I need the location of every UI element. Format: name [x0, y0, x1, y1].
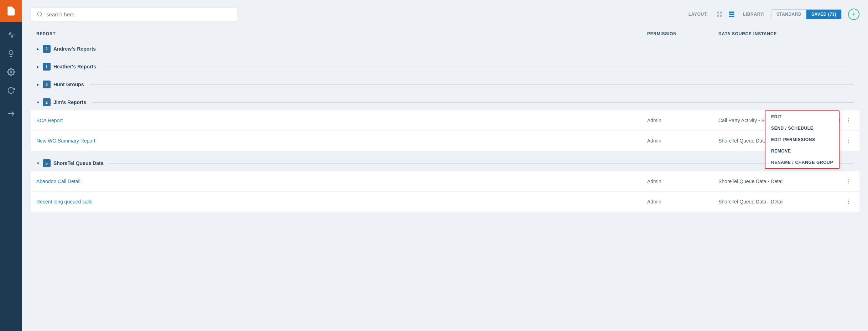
- dots-vertical-icon: [846, 138, 852, 144]
- dots-vertical-icon: [846, 199, 852, 205]
- group-line: [109, 163, 854, 164]
- chevron-down-icon: ▼: [36, 100, 40, 104]
- table-row: BCA Report Admin Call Party Activity - S…: [31, 110, 859, 131]
- svg-rect-4: [717, 12, 719, 14]
- permission-abandon: Admin: [647, 179, 718, 184]
- table-container: REPORT PERMISSION DATA SOURCE INSTANCE ►…: [31, 29, 859, 324]
- layout-label: LAYOUT:: [688, 12, 708, 17]
- group-row-jims[interactable]: ▼ 2 Jim's Reports: [31, 94, 859, 110]
- table-header: REPORT PERMISSION DATA SOURCE INSTANCE: [31, 29, 859, 39]
- report-name-recent[interactable]: Recent long queued calls: [36, 199, 647, 205]
- svg-point-11: [848, 118, 849, 119]
- list-icon: [728, 11, 735, 18]
- document-icon: [6, 6, 16, 16]
- group-row-heathers[interactable]: ► 1 Heather's Reports: [31, 58, 859, 75]
- svg-rect-10: [729, 16, 734, 17]
- group-line: [102, 49, 854, 49]
- list-layout-button[interactable]: [727, 9, 737, 19]
- table-row: Abandon Call Detail Admin ShoreTel Queue…: [31, 171, 859, 192]
- grid-icon: [716, 11, 723, 18]
- dots-vertical-icon: [846, 118, 852, 123]
- row-actions-abandon: [832, 176, 854, 186]
- search-input[interactable]: [46, 11, 231, 17]
- svg-point-14: [848, 139, 849, 139]
- search-box[interactable]: [31, 7, 237, 21]
- context-menu-send-schedule[interactable]: SEND / SCHEDULE: [765, 123, 839, 134]
- sidebar-item-refresh[interactable]: [0, 81, 22, 100]
- sidebar-item-menu[interactable]: [0, 104, 22, 123]
- report-name-abandon[interactable]: Abandon Call Detail: [36, 179, 647, 184]
- svg-point-18: [848, 181, 849, 182]
- add-report-button[interactable]: +: [848, 9, 859, 20]
- context-menu-edit-permissions[interactable]: EDIT PERMISSIONS: [765, 134, 839, 145]
- refresh-cycle-icon: [7, 87, 15, 94]
- permission-wg: Admin: [647, 138, 718, 144]
- context-menu-remove[interactable]: REMOVE: [765, 145, 839, 157]
- group-badge-andrews: 2: [43, 45, 51, 53]
- group-row-shoretel[interactable]: ▼ 5 ShoreTel Queue Data: [31, 155, 859, 171]
- group-badge-jims: 2: [43, 98, 51, 106]
- sidebar-divider: [4, 102, 18, 102]
- datasource-abandon: ShoreTel Queue Data - Detail: [718, 179, 832, 184]
- analytics-icon: [7, 31, 15, 39]
- jims-reports-rows: BCA Report Admin Call Party Activity - S…: [31, 110, 859, 151]
- saved-library-button[interactable]: SAVED (73): [806, 10, 841, 19]
- shoretel-rows: Abandon Call Detail Admin ShoreTel Queue…: [31, 171, 859, 212]
- svg-point-13: [848, 122, 849, 123]
- group-shoretel: ▼ 5 ShoreTel Queue Data Abandon Call Det…: [31, 155, 859, 212]
- group-line: [89, 84, 854, 85]
- context-menu-edit[interactable]: EDIT: [765, 111, 839, 123]
- bulb-icon: [7, 50, 15, 57]
- menu-arrow-icon: [7, 110, 15, 118]
- group-andrews-reports: ► 2 Andrew's Reports: [31, 41, 859, 57]
- context-menu-bca: EDIT SEND / SCHEDULE EDIT PERMISSIONS RE…: [765, 110, 840, 169]
- toolbar: LAYOUT: LIBRARY: STANDARD SAVED (73): [31, 7, 859, 21]
- svg-point-22: [848, 203, 849, 204]
- report-name-wg[interactable]: New WG Summary Report: [36, 138, 647, 144]
- context-menu-trigger-abandon[interactable]: [844, 176, 854, 186]
- context-menu-trigger-bca[interactable]: [844, 115, 854, 125]
- permission-bca: Admin: [647, 118, 718, 123]
- group-heathers-reports: ► 1 Heather's Reports: [31, 58, 859, 75]
- row-actions-recent: [832, 197, 854, 207]
- svg-point-17: [848, 179, 849, 180]
- chevron-right-icon: ►: [36, 47, 40, 51]
- datasource-recent: ShoreTel Queue Data - Detail: [718, 199, 832, 205]
- context-menu-rename-change-group[interactable]: RENAME / CHANGE GROUP: [765, 157, 839, 168]
- svg-line-3: [41, 15, 42, 16]
- group-badge-hunt: 3: [43, 81, 51, 88]
- group-row-andrews[interactable]: ► 2 Andrew's Reports: [31, 41, 859, 57]
- svg-point-16: [848, 142, 849, 143]
- group-row-hunt[interactable]: ► 3 Hunt Groups: [31, 76, 859, 93]
- dots-vertical-icon: [846, 179, 852, 184]
- sidebar: [0, 0, 22, 331]
- sidebar-logo[interactable]: [0, 0, 22, 22]
- standard-library-button[interactable]: STANDARD: [771, 10, 806, 19]
- group-jims-reports: ▼ 2 Jim's Reports BCA Report Admin Call …: [31, 94, 859, 151]
- context-menu-trigger-recent[interactable]: [844, 197, 854, 207]
- toolbar-right: LAYOUT: LIBRARY: STANDARD SAVED (73): [688, 9, 859, 20]
- library-toggle: STANDARD SAVED (73): [771, 9, 842, 19]
- layout-icons: [714, 9, 737, 19]
- search-icon: [37, 11, 43, 17]
- report-name-bca[interactable]: BCA Report: [36, 118, 647, 123]
- group-name-andrews: Andrew's Reports: [53, 46, 96, 52]
- group-name-shoretel: ShoreTel Queue Data: [53, 160, 104, 166]
- svg-rect-8: [729, 12, 734, 13]
- context-menu-trigger-wg[interactable]: [844, 136, 854, 146]
- group-line: [92, 102, 854, 103]
- svg-rect-7: [720, 15, 722, 17]
- table-row: New WG Summary Report Admin ShoreTel Que…: [31, 131, 859, 151]
- grid-layout-button[interactable]: [714, 9, 724, 19]
- group-name-heathers: Heather's Reports: [53, 64, 96, 69]
- library-label: LIBRARY:: [743, 12, 765, 17]
- svg-point-20: [848, 200, 849, 200]
- sidebar-item-analytics[interactable]: [0, 26, 22, 44]
- sidebar-item-settings[interactable]: [0, 63, 22, 81]
- svg-point-21: [848, 201, 849, 202]
- group-badge-heathers: 1: [43, 63, 51, 71]
- svg-point-12: [848, 120, 849, 121]
- sidebar-item-ideas[interactable]: [0, 44, 22, 63]
- svg-rect-5: [720, 12, 722, 14]
- header-actions: [832, 31, 854, 36]
